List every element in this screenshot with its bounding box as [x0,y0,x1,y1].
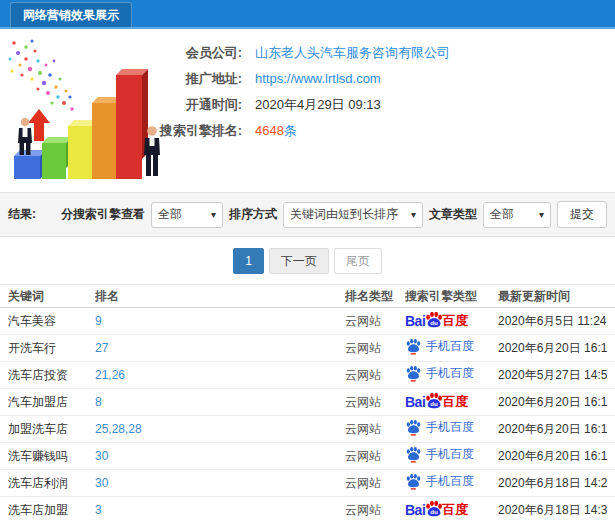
engine-type-cell: Bai du 百度 [405,365,498,385]
pagination: 1 下一页 尾页 [0,248,615,274]
rank-cell[interactable]: 27 [95,341,345,355]
updated-time-cell: 2020年6月20日 16:11 [498,421,607,438]
keyword-cell: 加盟洗车店 [8,421,95,438]
updated-time-cell: 2020年6月5日 11:24 [498,313,607,330]
updated-time-cell: 2020年6月20日 16:12 [498,394,607,411]
engine-filter-label: 分搜索引擎查看 [61,206,145,223]
chevron-down-icon: ▾ [411,209,416,220]
engine-rank-row: 搜索引擎排名: 4648 条 [150,121,615,140]
confetti-dots [9,40,74,111]
result-label: 结果: [8,206,36,223]
rank-cell[interactable]: 9 [95,314,345,328]
baidu-logo: Bai du 百度 [405,312,468,330]
engine-type-cell: Bai du 百度 [405,393,498,411]
open-time-row: 开通时间: 2020年4月29日 09:13 [150,95,615,114]
rank-type-cell: 云网站 [345,421,405,438]
sort-filter-label: 排序方式 [229,206,277,223]
rank-type-cell: 云网站 [345,394,405,411]
mobile-baidu-paw-icon [405,446,421,463]
svg-text:du: du [431,400,439,407]
engine-type-cell: Bai du 百度 [405,501,498,519]
table-row: 洗车店投资 21,26 云网站 Bai du 百度 [0,362,615,389]
engine-rank-suffix[interactable]: 条 [284,122,297,140]
engine-type-cell: Bai du 百度 [405,446,498,466]
baidu-mobile-logo: 手机百度 [405,473,474,490]
engine-type-cell: Bai du 百度 [405,473,498,493]
table-row: 开洗车行 27 云网站 Bai du 百度 [0,335,615,362]
sort-filter-select[interactable]: 关键词由短到长排序 ▾ [283,202,423,228]
engine-rank-label: 搜索引擎排名: [150,122,242,140]
updated-time-cell: 2020年5月27日 14:58 [498,367,607,384]
engine-type-cell: Bai du 百度 [405,419,498,439]
keyword-cell: 洗车赚钱吗 [8,448,95,465]
chevron-down-icon: ▾ [211,209,216,220]
baidu-mobile-logo: 手机百度 [405,365,474,382]
open-time-value: 2020年4月29日 09:13 [255,96,381,114]
table-body: 汽车美容 9 云网站 Bai du 百度 [0,308,615,520]
rank-type-cell: 云网站 [345,502,405,519]
table-row: 洗车赚钱吗 30 云网站 Bai du 百度 [0,443,615,470]
table-row: 洗车店加盟 3 云网站 Bai du 百度 [0,497,615,520]
engine-filter-value: 全部 [158,206,182,223]
rank-type-cell: 云网站 [345,340,405,357]
app-header: 网络营销效果展示 [0,0,615,29]
rank-cell[interactable]: 25,28,28 [95,422,345,436]
keyword-cell: 洗车店投资 [8,367,95,384]
submit-button[interactable]: 提交 [557,201,607,228]
baidu-paw-icon: du [424,393,443,409]
page-button-current[interactable]: 1 [233,248,264,274]
updated-time-cell: 2020年6月20日 16:12 [498,448,607,465]
col-header-rank-type: 排名类型 [345,288,405,305]
member-company-link[interactable]: 山东老人头汽车服务咨询有限公司 [255,44,450,62]
table-row: 加盟洗车店 25,28,28 云网站 Bai du 百度 [0,416,615,443]
result-filter-bar: 结果: 分搜索引擎查看 全部 ▾ 排序方式 关键词由短到长排序 ▾ 文章类型 全… [0,192,615,237]
mobile-baidu-paw-icon [405,365,421,382]
rank-cell[interactable]: 30 [95,476,345,490]
rank-cell[interactable]: 3 [95,503,345,517]
rank-cell[interactable]: 8 [95,395,345,409]
engine-filter-select[interactable]: 全部 ▾ [151,202,223,228]
rank-cell[interactable]: 21,26 [95,368,345,382]
rank-type-cell: 云网站 [345,475,405,492]
mobile-baidu-paw-icon [405,338,421,355]
baidu-mobile-logo: 手机百度 [405,338,474,355]
baidu-paw-icon: du [424,501,443,517]
rank-type-cell: 云网站 [345,448,405,465]
mobile-baidu-paw-icon [405,473,421,490]
page-title: 网络营销效果展示 [10,2,132,27]
filter-controls: 分搜索引擎查看 全部 ▾ 排序方式 关键词由短到长排序 ▾ 文章类型 全部 ▾ … [61,201,607,228]
col-header-updated: 最新更新时间 [498,288,607,305]
keyword-cell: 汽车加盟店 [8,394,95,411]
article-type-label: 文章类型 [429,206,477,223]
table-row: 汽车加盟店 8 云网站 Bai du 百度 [0,389,615,416]
promo-url-link[interactable]: https://www.lrtlsd.com [255,71,381,86]
businessman-left [18,118,32,155]
rank-cell[interactable]: 30 [95,449,345,463]
promo-url-label: 推广地址: [150,70,242,88]
article-type-value: 全部 [490,206,514,223]
keyword-cell: 开洗车行 [8,340,95,357]
keyword-rank-table: 关键词 排名 排名类型 搜索引擎类型 最新更新时间 汽车美容 9 云网站 Bai… [0,284,615,520]
col-header-keyword: 关键词 [8,288,95,305]
keyword-cell: 汽车美容 [8,313,95,330]
rank-type-cell: 云网站 [345,367,405,384]
member-company-row: 会员公司: 山东老人头汽车服务咨询有限公司 [150,43,615,62]
keyword-cell: 洗车店利润 [8,475,95,492]
next-page-button[interactable]: 下一页 [269,248,329,274]
growth-chart-illustration [2,31,162,191]
updated-time-cell: 2020年6月20日 16:16 [498,340,607,357]
mobile-baidu-paw-icon [405,419,421,436]
baidu-mobile-logo: 手机百度 [405,419,474,436]
promo-url-row: 推广地址: https://www.lrtlsd.com [150,69,615,88]
updated-time-cell: 2020年6月18日 14:30 [498,502,607,519]
open-time-label: 开通时间: [150,96,242,114]
col-header-engine-type: 搜索引擎类型 [405,288,498,305]
svg-text:du: du [431,319,439,326]
article-type-select[interactable]: 全部 ▾ [483,202,551,228]
engine-type-cell: Bai du 百度 [405,338,498,358]
engine-type-cell: Bai du 百度 [405,312,498,330]
svg-text:du: du [431,508,439,515]
baidu-logo: Bai du 百度 [405,393,468,411]
last-page-button[interactable]: 尾页 [334,248,382,274]
table-row: 洗车店利润 30 云网站 Bai du 百度 [0,470,615,497]
